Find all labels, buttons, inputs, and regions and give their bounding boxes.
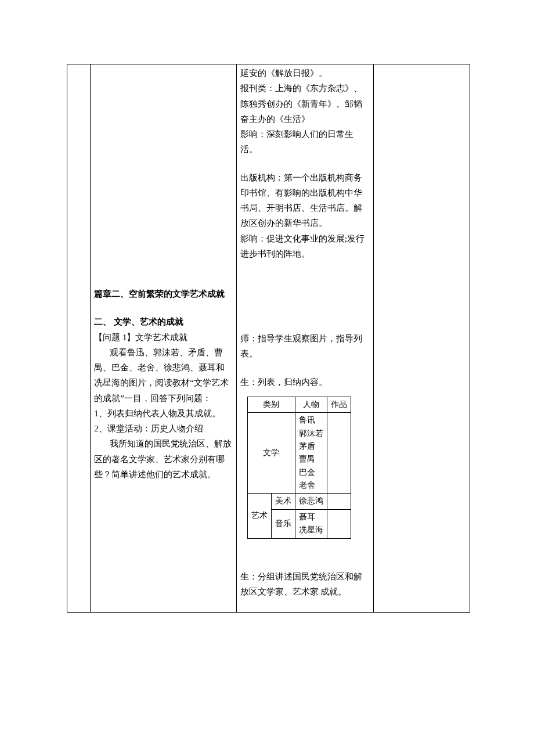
inner-table: 类别 人物 作品 文学 鲁讯 郭沫若 茅盾 曹禺 巴金 老舍 艺术 美术 [247,397,351,539]
paragraph: 出版机构：第一个出版机构商务印书馆、有影响的出版机构中华书局、开明书店、生活书店… [240,170,370,231]
th-category: 类别 [247,397,295,412]
list-item: 2、课堂活动：历史人物介绍 [94,421,232,436]
cell-literature-persons: 鲁讯 郭沫若 茅盾 曹禺 巴金 老舍 [295,413,327,494]
student-note: 生：列表，归纳内容。 [240,375,370,390]
cell-art-sub-2: 音乐 [271,509,295,538]
list-item: 1、列表归纳代表人物及其成就。 [94,406,232,421]
section-heading-1: 篇章二、空前繁荣的文学艺术成就 [94,286,232,301]
paragraph: 我所知道的国民党统治区、解放区的著名文学家、艺术家分别有哪些？简单讲述他们的艺术… [94,439,232,479]
cell-right-margin [374,64,470,613]
student-note: 生：分组讲述国民党统治区和解放区文学家、艺术家 成就。 [240,569,370,600]
cell-art-sub-1: 美术 [271,494,295,509]
cell-literature-works [327,413,351,494]
paragraph: 影响：深刻影响人们的日常生活。 [240,127,370,157]
cell-teaching-content: 篇章二、空前繁荣的文学艺术成就 二、 文学、艺术的成就 【问题 1】文学艺术成就… [91,64,236,613]
paragraph: 观看鲁迅、郭沫若、矛盾、曹禺、巴金、老舍、徐悲鸿、聂耳和冼星海的图片，阅读教材“… [94,348,229,403]
document-page: 篇章二、空前繁荣的文学艺术成就 二、 文学、艺术的成就 【问题 1】文学艺术成就… [0,0,534,756]
section-heading-2: 二、 文学、艺术的成就 [94,314,232,329]
cell-teacher-student: 延安的《解放日报》。 报刊类：上海的《东方杂志》、陈独秀创办的《新青年》、邹韬奋… [236,64,373,613]
paragraph: 延安的《解放日报》。 [240,66,370,81]
cell-literature-label: 文学 [247,413,295,494]
paragraph: 报刊类：上海的《东方杂志》、陈独秀创办的《新青年》、邹韬奋主办的《生活》 [240,81,370,127]
table-row: 文学 鲁讯 郭沫若 茅盾 曹禺 巴金 老舍 [247,413,351,494]
table-row: 艺术 美术 徐悲鸿 [247,494,351,509]
question-label: 【问题 1】文学艺术成就 [94,333,187,342]
teacher-note: 师：指导学生观察图片，指导列表。 [240,331,370,362]
th-work: 作品 [327,397,351,412]
th-person: 人物 [295,397,327,412]
cell-art-person-2: 聂耳 冼星海 [295,509,327,538]
cell-left-margin [67,64,91,613]
cell-art-person-1: 徐悲鸿 [295,494,327,509]
main-table: 篇章二、空前繁荣的文学艺术成就 二、 文学、艺术的成就 【问题 1】文学艺术成就… [67,64,470,613]
cell-art-label: 艺术 [247,494,271,538]
cell-art-work-1 [327,494,351,509]
paragraph: 影响：促进文化事业的发展;发行进步书刊的阵地。 [240,231,370,262]
cell-art-work-2 [327,509,351,538]
table-row: 篇章二、空前繁荣的文学艺术成就 二、 文学、艺术的成就 【问题 1】文学艺术成就… [67,64,470,613]
table-row: 类别 人物 作品 [247,397,351,412]
